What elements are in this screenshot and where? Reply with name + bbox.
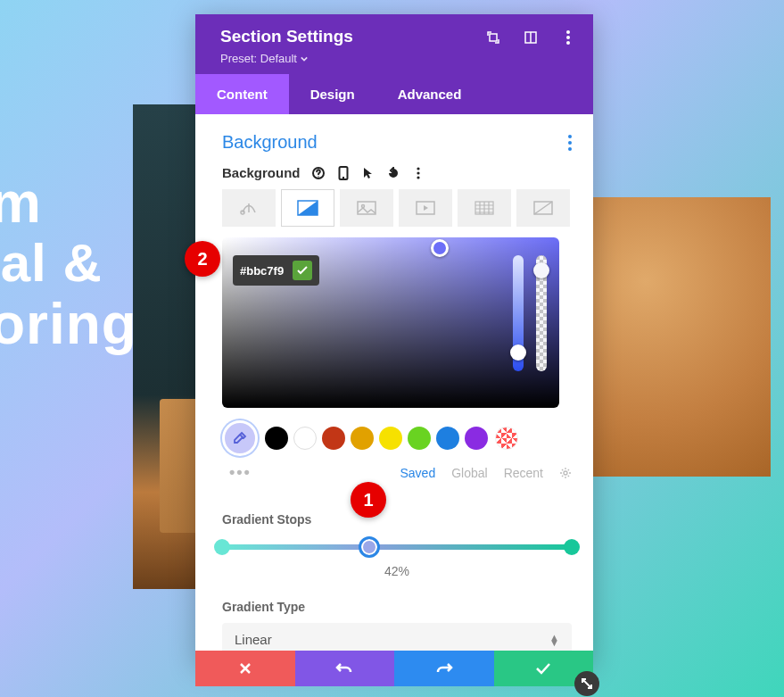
svg-point-5 xyxy=(566,41,570,45)
field-inline-tools xyxy=(311,166,425,180)
hex-value[interactable]: #bbc7f9 xyxy=(240,264,284,278)
gradient-stop-handle[interactable] xyxy=(564,539,580,555)
hue-slider[interactable] xyxy=(513,255,524,371)
gradient-type-value: Linear xyxy=(235,632,272,647)
tab-content[interactable]: Content xyxy=(195,74,289,114)
swatch-transparent[interactable] xyxy=(495,427,518,450)
alpha-slider[interactable] xyxy=(536,255,547,371)
undo-button[interactable] xyxy=(295,651,395,686)
accordion-title[interactable]: Background xyxy=(222,132,318,153)
hero-heading-line: ential & xyxy=(0,236,137,290)
color-swatch[interactable] xyxy=(322,427,345,450)
svg-point-8 xyxy=(568,147,572,151)
svg-point-16 xyxy=(241,211,244,214)
color-swatch[interactable] xyxy=(465,427,488,450)
gradient-stops-label: Gradient Stops xyxy=(222,512,572,527)
svg-point-13 xyxy=(417,167,419,170)
field-row-background: Background xyxy=(222,165,572,180)
preset-selector[interactable]: Preset: Default xyxy=(220,52,353,65)
alpha-slider-knob[interactable] xyxy=(533,262,549,278)
svg-point-10 xyxy=(318,176,318,177)
bg-type-pattern[interactable] xyxy=(458,189,511,227)
hex-input-bubble: #bbc7f9 xyxy=(233,255,319,286)
color-swatch[interactable] xyxy=(379,427,402,450)
svg-point-3 xyxy=(566,30,570,34)
bg-type-color[interactable] xyxy=(222,189,276,227)
redo-button[interactable] xyxy=(394,651,494,686)
panel-title: Section Settings xyxy=(220,27,353,46)
svg-point-4 xyxy=(566,36,570,39)
color-picker-canvas[interactable]: #bbc7f9 xyxy=(222,237,559,408)
bg-type-gradient[interactable] xyxy=(281,189,334,227)
svg-point-14 xyxy=(417,171,419,174)
color-swatch[interactable] xyxy=(351,427,374,450)
page-background: stom ential & Flooring omnis dolor atem.… xyxy=(0,0,784,697)
kebab-icon[interactable] xyxy=(561,30,575,45)
expand-icon[interactable] xyxy=(486,30,500,45)
hero-heading: stom ential & Flooring xyxy=(0,174,137,353)
annotation-badge-2: 2 xyxy=(185,241,220,277)
cancel-button[interactable] xyxy=(195,651,295,686)
palette-tab-row: Saved Global Recent xyxy=(222,466,572,480)
color-picker-area: #bbc7f9 ••• Saved Global Recent Gradien xyxy=(222,237,572,656)
more-vert-icon[interactable] xyxy=(411,166,425,180)
svg-point-7 xyxy=(568,141,572,145)
bg-type-mask[interactable] xyxy=(516,189,570,227)
svg-point-23 xyxy=(564,471,567,475)
svg-rect-0 xyxy=(490,34,497,41)
device-mobile-icon[interactable] xyxy=(336,166,351,180)
tab-advanced[interactable]: Advanced xyxy=(376,74,483,114)
palette-settings-icon[interactable] xyxy=(559,467,572,479)
bg-type-video[interactable] xyxy=(399,189,452,227)
panel-footer xyxy=(195,651,593,686)
panel-tabs: Content Design Advanced xyxy=(195,74,593,114)
tab-design[interactable]: Design xyxy=(289,74,376,114)
hue-slider-knob[interactable] xyxy=(510,344,526,361)
panel-header-actions xyxy=(486,30,575,45)
panel-body: Background Background xyxy=(195,114,593,665)
gradient-stop-handle[interactable] xyxy=(214,539,230,555)
panel-header: Section Settings Preset: Default xyxy=(195,14,593,74)
swatch-row xyxy=(222,420,572,456)
hex-confirm-button[interactable] xyxy=(293,261,312,280)
gradient-track[interactable] xyxy=(222,544,572,550)
svg-point-15 xyxy=(417,176,419,178)
color-swatch[interactable] xyxy=(293,427,317,450)
gradient-type-label: Gradient Type xyxy=(222,600,572,614)
svg-point-6 xyxy=(568,135,572,138)
accordion-header: Background xyxy=(222,132,572,153)
dropdown-caret-icon: ▲▼ xyxy=(549,635,559,645)
accordion-kebab-icon[interactable] xyxy=(568,135,572,151)
annotation-badge-1: 1 xyxy=(351,482,386,518)
preset-label: Preset: Default xyxy=(220,52,297,65)
color-picker-handle[interactable] xyxy=(431,239,449,257)
background-type-toggle xyxy=(222,189,572,227)
hero-heading-line: stom xyxy=(0,174,137,231)
gradient-stop-value: 42% xyxy=(222,564,572,578)
palette-tab-saved[interactable]: Saved xyxy=(400,466,435,480)
color-sliders xyxy=(513,255,547,371)
settings-panel: Section Settings Preset: Default Content… xyxy=(195,14,593,665)
color-swatch[interactable] xyxy=(265,427,288,450)
color-swatch[interactable] xyxy=(436,427,459,450)
palette-tab-recent[interactable]: Recent xyxy=(504,466,543,480)
eyedropper-button[interactable] xyxy=(222,420,258,456)
reset-icon[interactable] xyxy=(386,166,400,180)
hero-photo-right xyxy=(592,197,771,477)
bg-type-image[interactable] xyxy=(340,189,393,227)
color-swatch[interactable] xyxy=(408,427,431,450)
field-label-background: Background xyxy=(222,165,301,180)
snap-icon[interactable] xyxy=(524,30,538,45)
help-icon[interactable] xyxy=(311,166,326,180)
gradient-stops-track-wrap xyxy=(222,544,572,550)
palette-tab-global[interactable]: Global xyxy=(451,466,487,480)
gradient-stop-handle[interactable] xyxy=(359,536,380,558)
hero-heading-line: Flooring xyxy=(0,295,137,353)
hover-cursor-icon[interactable] xyxy=(361,166,375,180)
